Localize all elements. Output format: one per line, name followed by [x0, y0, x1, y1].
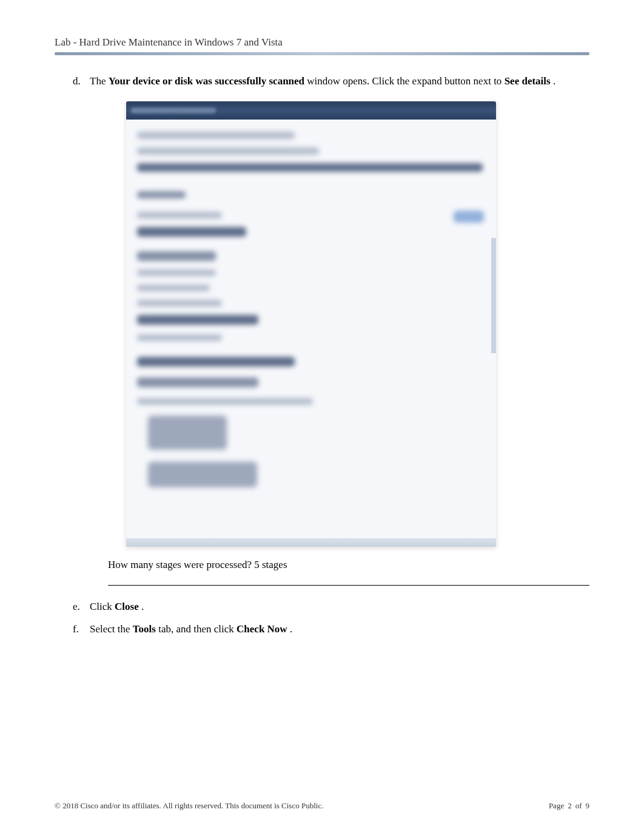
text-prefix: Select the — [90, 623, 133, 635]
question-row: How many stages were processed? 5 stages — [108, 559, 589, 571]
text-prefix: Click — [90, 601, 115, 612]
list-marker: f. — [73, 621, 90, 637]
scrollbar-blur — [491, 238, 496, 353]
list-text: The Your device or disk was successfully… — [90, 73, 589, 89]
window-body — [126, 120, 496, 538]
text-mid: window opens. Click the expand button ne… — [307, 75, 504, 87]
answer-underline — [108, 575, 589, 586]
list-text: Select the Tools tab, and then click Che… — [90, 621, 589, 637]
bold-text: Tools — [133, 623, 156, 635]
page-total: 9 — [586, 801, 590, 811]
page-footer: © 2018 Cisco and/or its affiliates. All … — [55, 801, 589, 811]
list-item-f: f. Select the Tools tab, and then click … — [73, 621, 589, 637]
question-answer: 5 stages — [254, 559, 287, 570]
list-marker: d. — [73, 73, 90, 89]
page-current: 2 — [568, 801, 572, 811]
bold-text: Close — [115, 601, 139, 612]
page-label: Page — [549, 801, 564, 811]
text-mid: tab, and then click — [158, 623, 236, 635]
window-footer-edge — [126, 538, 496, 547]
list-marker: e. — [73, 599, 90, 615]
text-suffix: . — [553, 75, 555, 87]
page-sep: of — [575, 801, 582, 811]
bold-text: Check Now — [236, 623, 287, 635]
text-suffix: . — [141, 601, 144, 612]
header-divider — [55, 52, 589, 55]
copyright-text: © 2018 Cisco and/or its affiliates. All … — [55, 801, 323, 811]
window-titlebar — [126, 101, 496, 120]
screenshot-figure — [126, 101, 496, 547]
page-header-title: Lab - Hard Drive Maintenance in Windows … — [55, 36, 589, 49]
bold-text: See details — [505, 75, 551, 87]
text-prefix: The — [90, 75, 109, 87]
list-item-d: d. The Your device or disk was successfu… — [73, 73, 589, 89]
list-item-e: e. Click Close . — [73, 599, 589, 615]
page-number: Page 2 of 9 — [549, 801, 589, 811]
titlebar-blur — [131, 107, 216, 113]
list-text: Click Close . — [90, 599, 589, 615]
close-button-blur — [454, 211, 484, 223]
bold-text: Your device or disk was successfully sca… — [109, 75, 304, 87]
text-suffix: . — [290, 623, 292, 635]
question-label: How many stages were processed? — [108, 559, 254, 570]
